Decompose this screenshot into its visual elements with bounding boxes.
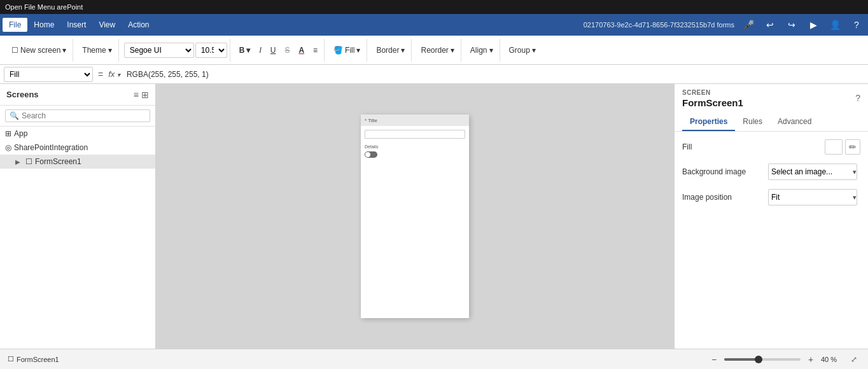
sharepoint-icon: ◎ (5, 143, 11, 152)
user-icon[interactable]: 👤 (826, 16, 844, 34)
tree-item-sharepoint[interactable]: ◎ SharePointIntegration (0, 141, 155, 155)
canvas-area[interactable]: * Title Details (156, 84, 674, 349)
tab-rules[interactable]: Rules (735, 113, 770, 131)
background-image-select-wrapper: Select an image... (768, 164, 860, 180)
font-family-select[interactable]: Segoe UI (124, 43, 194, 58)
new-screen-chevron-icon: ▾ (62, 46, 66, 55)
new-screen-icon: ☐ (11, 46, 18, 55)
font-color-icon: A (298, 46, 304, 55)
ribbon-format-group: B ▾ I U S A ≡ (233, 39, 325, 62)
fill-property-label: Fill (682, 143, 692, 151)
align-group-button[interactable]: Align ▾ (466, 44, 497, 57)
main-content: Screens ≡ ⊞ 🔍 ⊞ App ◎ SharePointIntegrat… (0, 84, 868, 349)
reorder-button[interactable]: Reorder ▾ (417, 44, 458, 57)
group-label: Group (509, 46, 530, 55)
panel-help-icon[interactable]: ? (855, 93, 860, 103)
fill-icon: 🪣 (333, 46, 343, 55)
canvas-title-text: * Title (365, 118, 377, 123)
play-icon[interactable]: ▶ (804, 16, 822, 34)
menu-file[interactable]: File (3, 18, 27, 32)
group-chevron-icon: ▾ (532, 46, 536, 55)
fill-button[interactable]: 🪣 Fill ▾ (330, 44, 364, 57)
status-screen-icon: ☐ (8, 355, 14, 363)
image-position-select-wrapper: Fit Fill Stretch Tile Center (768, 189, 860, 205)
fill-color-swatch[interactable] (825, 139, 843, 155)
help-icon[interactable]: ? (848, 16, 865, 34)
canvas-title-bar: * Title (361, 115, 469, 126)
screens-panel: Screens ≡ ⊞ 🔍 ⊞ App ◎ SharePointIntegrat… (0, 84, 156, 349)
formscreen-icon: ☐ (25, 157, 32, 166)
strikethrough-icon: S (284, 46, 290, 55)
italic-icon: I (259, 46, 261, 55)
border-label: Border (376, 46, 399, 55)
fill-chevron-icon: ▾ (356, 46, 360, 55)
fx-chevron-icon: ▾ (117, 71, 120, 78)
screen-canvas: * Title Details (361, 115, 469, 318)
zoom-slider-thumb (755, 356, 762, 363)
background-image-select[interactable]: Select an image... (768, 164, 857, 180)
app-id: 02170763-9e2c-4d71-8656-7f3232515b7d for… (584, 21, 734, 29)
fill-label: Fill (345, 46, 354, 55)
tree-item-formscreen1[interactable]: ▶ ☐ FormScreen1 (0, 155, 155, 169)
menu-insert[interactable]: Insert (60, 18, 92, 32)
canvas-toggle[interactable] (365, 151, 377, 158)
strikethrough-button[interactable]: S (281, 44, 293, 57)
font-color-button[interactable]: A (295, 44, 308, 57)
menu-home[interactable]: Home (27, 18, 60, 32)
redo-icon[interactable]: ↪ (783, 16, 801, 34)
zoom-out-button[interactable]: − (708, 353, 720, 366)
title-bar-text: Open File Menu arePoint (5, 3, 83, 11)
undo-icon[interactable]: ↩ (761, 16, 779, 34)
ribbon-theme-group: Theme ▾ (76, 39, 118, 62)
expand-canvas-button[interactable]: ⤢ (848, 353, 860, 366)
search-input[interactable] (22, 111, 146, 120)
search-bar: 🔍 (0, 106, 155, 127)
underline-button[interactable]: U (267, 44, 280, 57)
formula-bar: Fill = fx ▾ (0, 65, 868, 84)
image-position-select[interactable]: Fit Fill Stretch Tile Center (768, 189, 857, 205)
zoom-slider[interactable] (724, 358, 801, 361)
sharepoint-label: SharePointIntegration (14, 143, 88, 152)
zoom-slider-track (724, 358, 759, 361)
fill-color-picker-icon[interactable]: ✏ (845, 139, 860, 155)
search-icon: 🔍 (10, 111, 19, 120)
background-image-property-row: Background image Select an image... (682, 164, 860, 180)
group-button[interactable]: Group ▾ (505, 44, 540, 57)
border-chevron-icon: ▾ (401, 46, 405, 55)
list-view-icon[interactable]: ≡ (134, 90, 139, 100)
fx-label: fx (108, 69, 115, 79)
screens-view-icons: ≡ ⊞ (134, 90, 149, 100)
zoom-in-button[interactable]: + (804, 353, 817, 366)
new-screen-button[interactable]: ☐ New screen ▾ (8, 44, 70, 57)
border-button[interactable]: Border ▾ (372, 44, 409, 57)
tab-properties[interactable]: Properties (682, 113, 735, 131)
search-input-wrapper: 🔍 (5, 109, 150, 122)
microphone-icon[interactable]: 🎤 (739, 16, 757, 34)
bold-chevron-icon: ▾ (246, 46, 250, 55)
align-button[interactable]: ≡ (309, 44, 321, 57)
italic-button[interactable]: I (255, 44, 265, 57)
status-bar: ☐ FormScreen1 − + 40 % ⤢ (0, 349, 868, 369)
menu-view[interactable]: View (92, 18, 122, 32)
formula-input[interactable] (124, 67, 864, 82)
fx-button[interactable]: fx ▾ (108, 69, 120, 79)
image-position-property-row: Image position Fit Fill Stretch Tile Cen… (682, 189, 860, 205)
fill-property-value: ✏ (825, 139, 860, 155)
property-select[interactable]: Fill (4, 67, 93, 82)
menu-action[interactable]: Action (122, 18, 155, 32)
ribbon: ☐ New screen ▾ Theme ▾ Segoe UI 10.5 B ▾… (0, 36, 868, 65)
ribbon-fill-group: 🪣 Fill ▾ (327, 39, 367, 62)
grid-view-icon[interactable]: ⊞ (141, 90, 149, 100)
equals-sign: = (97, 69, 104, 80)
theme-label: Theme (82, 46, 106, 55)
font-size-select[interactable]: 10.5 (195, 43, 227, 58)
tab-advanced[interactable]: Advanced (770, 113, 819, 131)
reorder-label: Reorder (421, 46, 448, 55)
bold-button[interactable]: B ▾ (235, 44, 255, 57)
theme-button[interactable]: Theme ▾ (78, 44, 115, 57)
ribbon-align-group: Align ▾ (464, 39, 500, 62)
panel-section-label: SCREEN (682, 89, 860, 96)
tree-item-app[interactable]: ⊞ App (0, 127, 155, 141)
align-icon: ≡ (313, 46, 318, 55)
status-screen-label: FormScreen1 (17, 356, 59, 363)
